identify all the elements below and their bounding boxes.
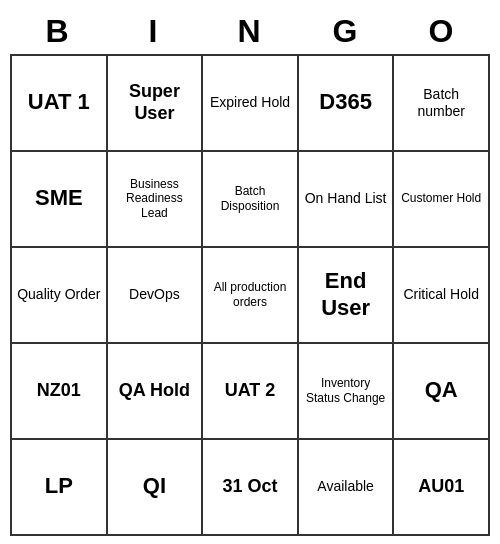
bingo-cell-8: On Hand List: [299, 152, 395, 248]
cell-text-9: Customer Hold: [401, 191, 481, 205]
bingo-cell-2: Expired Hold: [203, 56, 299, 152]
cell-text-10: Quality Order: [17, 286, 100, 303]
bingo-cell-5: SME: [12, 152, 108, 248]
bingo-cell-20: LP: [12, 440, 108, 536]
cell-text-4: Batch number: [398, 86, 484, 120]
bingo-cell-14: Critical Hold: [394, 248, 490, 344]
cell-text-18: Inventory Status Change: [303, 376, 389, 405]
cell-text-23: Available: [317, 478, 374, 495]
cell-text-14: Critical Hold: [403, 286, 478, 303]
cell-text-15: NZ01: [37, 380, 81, 402]
bingo-cell-11: DevOps: [108, 248, 204, 344]
bingo-cell-9: Customer Hold: [394, 152, 490, 248]
header-letter-I: I: [106, 9, 202, 54]
bingo-cell-6: Business Readiness Lead: [108, 152, 204, 248]
cell-text-22: 31 Oct: [222, 476, 277, 498]
cell-text-19: QA: [425, 377, 458, 403]
cell-text-0: UAT 1: [28, 89, 90, 115]
bingo-cell-10: Quality Order: [12, 248, 108, 344]
bingo-cell-16: QA Hold: [108, 344, 204, 440]
bingo-cell-23: Available: [299, 440, 395, 536]
bingo-cell-19: QA: [394, 344, 490, 440]
cell-text-2: Expired Hold: [210, 94, 290, 111]
bingo-cell-7: Batch Disposition: [203, 152, 299, 248]
cell-text-5: SME: [35, 185, 83, 211]
cell-text-13: End User: [303, 268, 389, 321]
header-letter-B: B: [10, 9, 106, 54]
cell-text-11: DevOps: [129, 286, 180, 303]
bingo-cell-3: D365: [299, 56, 395, 152]
header-letter-N: N: [202, 9, 298, 54]
bingo-cell-13: End User: [299, 248, 395, 344]
bingo-cell-17: UAT 2: [203, 344, 299, 440]
cell-text-12: All production orders: [207, 280, 293, 309]
cell-text-3: D365: [319, 89, 372, 115]
bingo-cell-4: Batch number: [394, 56, 490, 152]
header-letter-O: O: [394, 9, 490, 54]
bingo-cell-22: 31 Oct: [203, 440, 299, 536]
bingo-cell-18: Inventory Status Change: [299, 344, 395, 440]
bingo-cell-21: QI: [108, 440, 204, 536]
bingo-cell-24: AU01: [394, 440, 490, 536]
bingo-grid: UAT 1Super UserExpired HoldD365Batch num…: [10, 54, 490, 536]
cell-text-21: QI: [143, 473, 166, 499]
cell-text-1: Super User: [112, 81, 198, 124]
bingo-header: BINGO: [10, 9, 490, 54]
cell-text-24: AU01: [418, 476, 464, 498]
bingo-cell-12: All production orders: [203, 248, 299, 344]
bingo-cell-15: NZ01: [12, 344, 108, 440]
cell-text-16: QA Hold: [119, 380, 190, 402]
header-letter-G: G: [298, 9, 394, 54]
bingo-cell-1: Super User: [108, 56, 204, 152]
cell-text-6: Business Readiness Lead: [112, 177, 198, 220]
bingo-card: BINGO UAT 1Super UserExpired HoldD365Bat…: [10, 9, 490, 536]
cell-text-17: UAT 2: [225, 380, 276, 402]
cell-text-20: LP: [45, 473, 73, 499]
cell-text-8: On Hand List: [305, 190, 387, 207]
bingo-cell-0: UAT 1: [12, 56, 108, 152]
cell-text-7: Batch Disposition: [207, 184, 293, 213]
